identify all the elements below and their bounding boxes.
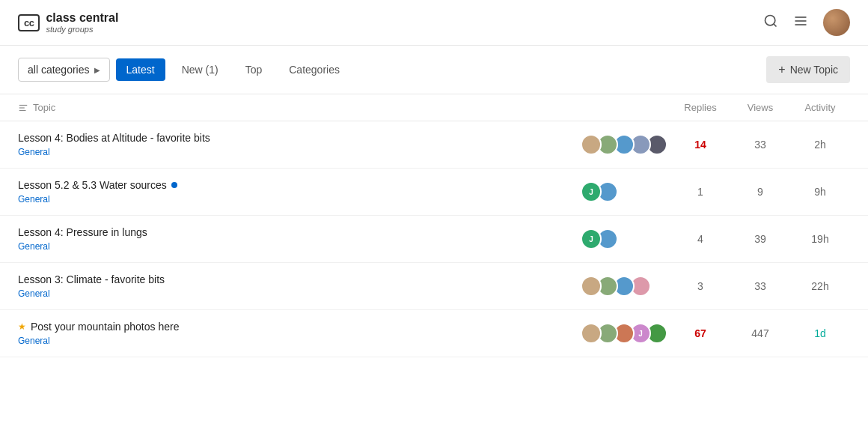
col-replies: 14	[670, 139, 730, 151]
col-activity: 19h	[790, 233, 850, 245]
col-avatars	[581, 134, 670, 155]
col-replies: 4	[670, 233, 730, 245]
col-replies: 3	[670, 280, 730, 292]
pin-icon: ★	[18, 321, 26, 332]
topic-category[interactable]: General	[18, 147, 581, 157]
avatar-group: J	[581, 323, 667, 344]
svg-line-1	[774, 23, 777, 26]
tab-top[interactable]: Top	[235, 58, 273, 81]
col-activity: 2h	[790, 139, 850, 151]
col-header-topic: Topic	[18, 102, 581, 113]
topic-list-icon	[18, 103, 28, 113]
plus-icon: +	[778, 63, 785, 76]
tab-categories[interactable]: Categories	[278, 58, 350, 81]
col-views: 447	[730, 327, 790, 339]
avatar	[581, 323, 602, 344]
header: cc class central study groups	[0, 0, 868, 46]
col-activity: 1d	[790, 327, 850, 339]
table-row: Lesson 4: Bodies at Altitude - favorite …	[0, 121, 868, 169]
avatar-group	[581, 134, 667, 155]
col-avatars	[581, 276, 670, 297]
svg-point-0	[765, 15, 775, 25]
logo-main: class central	[46, 11, 118, 25]
topic-title[interactable]: Lesson 3: Climate - favorite bits	[18, 273, 581, 285]
col-avatars: J	[581, 323, 670, 344]
col-replies: 1	[670, 186, 730, 198]
avatar	[581, 276, 602, 297]
logo-sub: study groups	[46, 25, 118, 34]
topic-title[interactable]: Lesson 4: Bodies at Altitude - favorite …	[18, 132, 581, 144]
user-avatar[interactable]	[823, 9, 850, 36]
topic-title-wrap: ★Post your mountain photos here General	[18, 321, 581, 346]
new-topic-button[interactable]: + New Topic	[766, 56, 850, 83]
table-row: ★Post your mountain photos here General …	[0, 310, 868, 357]
col-header-activity: Activity	[790, 102, 850, 113]
table-row: Lesson 3: Climate - favorite bits Genera…	[0, 263, 868, 310]
header-icons	[763, 9, 850, 36]
col-views: 33	[730, 280, 790, 292]
col-activity: 22h	[790, 280, 850, 292]
col-activity: 9h	[790, 186, 850, 198]
avatar-group: J	[581, 181, 618, 202]
topic-rows: Lesson 4: Bodies at Altitude - favorite …	[0, 121, 868, 357]
logo-icon: cc	[18, 14, 40, 31]
col-topic-label: Topic	[33, 102, 55, 113]
toolbar: all categories ▶ Latest New (1) Top Cate…	[0, 46, 868, 94]
topic-title-wrap: Lesson 4: Pressure in lungs General	[18, 226, 581, 252]
menu-icon[interactable]	[793, 13, 808, 32]
logo-area: cc class central study groups	[18, 11, 118, 34]
col-views: 33	[730, 139, 790, 151]
topic-category[interactable]: General	[18, 288, 581, 299]
avatar-group	[581, 276, 651, 297]
table-row: Lesson 5.2 & 5.3 Water sources General J…	[0, 169, 868, 216]
avatar: J	[581, 181, 602, 202]
avatar: J	[581, 228, 602, 249]
topic-category[interactable]: General	[18, 336, 581, 346]
topic-title-wrap: Lesson 5.2 & 5.3 Water sources General	[18, 179, 581, 205]
col-avatars: J	[581, 228, 670, 249]
topic-title-wrap: Lesson 4: Bodies at Altitude - favorite …	[18, 132, 581, 157]
avatar	[581, 134, 602, 155]
topic-title[interactable]: ★Post your mountain photos here	[18, 321, 581, 333]
toolbar-left: all categories ▶ Latest New (1) Top Cate…	[18, 58, 350, 82]
tab-new[interactable]: New (1)	[171, 58, 229, 81]
avatar-group: J	[581, 228, 618, 249]
table-header: Topic Replies Views Activity	[0, 94, 868, 121]
tab-latest[interactable]: Latest	[116, 58, 165, 81]
categories-label: all categories	[28, 64, 90, 76]
chevron-right-icon: ▶	[94, 66, 100, 74]
table-row: Lesson 4: Pressure in lungs General J 4 …	[0, 216, 868, 263]
col-avatars: J	[581, 181, 670, 202]
new-indicator	[171, 182, 177, 188]
col-header-replies: Replies	[670, 102, 730, 113]
topic-title-wrap: Lesson 3: Climate - favorite bits Genera…	[18, 273, 581, 299]
categories-dropdown[interactable]: all categories ▶	[18, 58, 110, 82]
new-topic-label: New Topic	[790, 64, 838, 76]
topic-category[interactable]: General	[18, 194, 581, 205]
col-views: 39	[730, 233, 790, 245]
topic-title[interactable]: Lesson 4: Pressure in lungs	[18, 226, 581, 238]
col-views: 9	[730, 186, 790, 198]
topic-category[interactable]: General	[18, 241, 581, 252]
search-icon[interactable]	[763, 13, 778, 32]
col-replies: 67	[670, 327, 730, 339]
topic-title[interactable]: Lesson 5.2 & 5.3 Water sources	[18, 179, 581, 191]
logo-text: class central study groups	[46, 11, 118, 34]
col-header-views: Views	[730, 102, 790, 113]
